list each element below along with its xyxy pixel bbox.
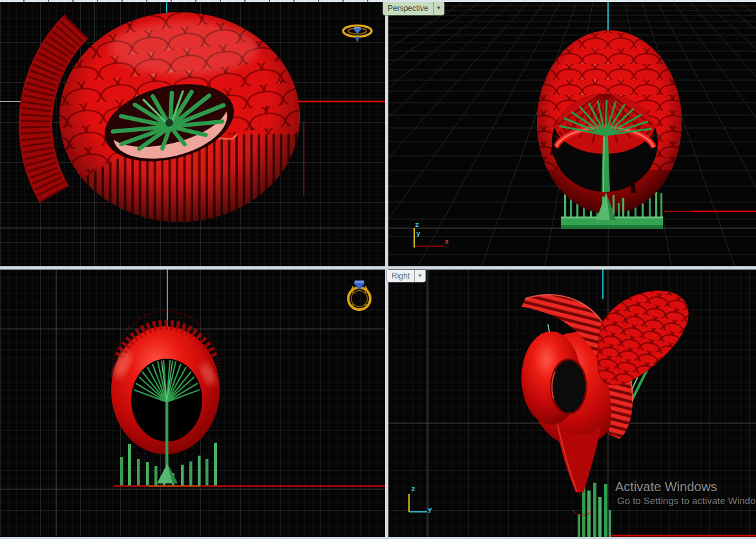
ring-model-top-view — [0, 2, 385, 266]
gizmo-z-label: z — [415, 220, 419, 229]
gizmo-z-label: z — [411, 485, 415, 493]
viewport-top-view[interactable] — [0, 2, 385, 266]
viewport-perspective[interactable] — [388, 2, 756, 266]
activate-windows-watermark-subtitle: Go to Settings to activate Windo — [617, 495, 755, 506]
viewport-divider-horizontal[interactable] — [0, 266, 756, 270]
ring-model-perspective-view — [388, 2, 756, 266]
gizmo-x-label: x — [445, 237, 449, 246]
tab-right[interactable]: Right ▼ — [386, 270, 426, 282]
gizmo-y-label: y — [416, 229, 421, 238]
tab-perspective[interactable]: Perspective ▼ — [383, 2, 445, 16]
top-ruler-ticks — [0, 0, 385, 2]
gizmo-y-label: y — [428, 505, 432, 514]
chevron-down-icon[interactable]: ▼ — [414, 270, 425, 282]
activate-windows-watermark-title: Activate Windows — [615, 480, 717, 494]
cad-app-screen: Perspective ▼ Right ▼ z y x z y Activate… — [0, 0, 756, 539]
viewport-front-view[interactable] — [0, 270, 385, 537]
ring-model-front-view — [0, 270, 385, 537]
tab-right-label[interactable]: Right — [387, 270, 414, 282]
viewport-divider-vertical[interactable] — [385, 2, 388, 537]
chevron-down-icon[interactable]: ▼ — [433, 2, 444, 15]
ring-hole — [551, 359, 586, 414]
tab-perspective-label[interactable]: Perspective — [383, 2, 433, 15]
